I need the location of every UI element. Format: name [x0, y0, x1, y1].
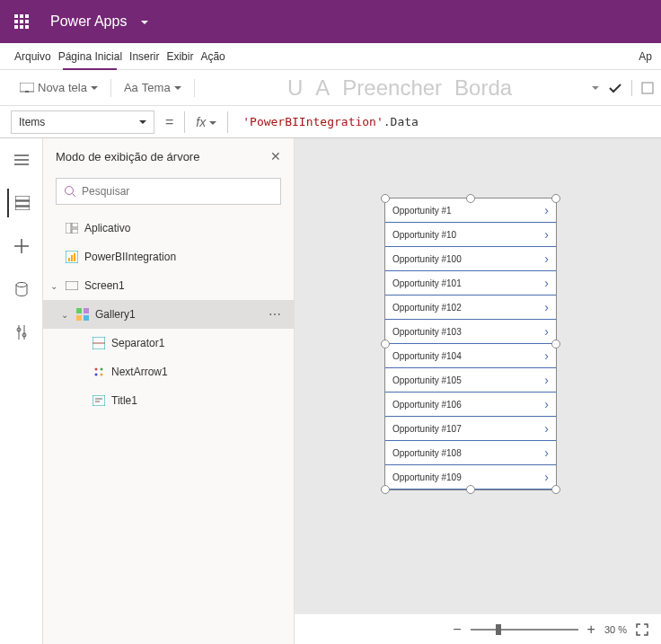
tree-gallery1[interactable]: ⌄ Gallery1 ⋯ [43, 300, 294, 329]
gallery-icon [75, 307, 90, 322]
svg-rect-27 [84, 308, 89, 313]
waffle-menu[interactable] [0, 0, 43, 43]
gallery-item[interactable]: Opportunity #104› [385, 344, 556, 368]
gallery-item-label: Opportunity #107 [392, 424, 462, 434]
chevron-right-icon[interactable]: › [544, 251, 549, 266]
chevron-right-icon[interactable]: › [544, 373, 549, 387]
menu-pagina-inicial[interactable]: Página Inicial [55, 50, 126, 63]
zoom-in-button[interactable]: + [587, 622, 595, 638]
search-input[interactable] [56, 178, 281, 205]
svg-point-33 [101, 368, 103, 371]
gallery-selection[interactable]: Opportunity #1›Opportunity #10›Opportuni… [384, 198, 557, 490]
fullscreen-icon[interactable] [636, 623, 648, 636]
chevron-down-icon[interactable]: ⌄ [59, 310, 70, 320]
panel-title: Modo de exibição de árvore [56, 150, 199, 163]
gallery-item[interactable]: Opportunity #106› [385, 393, 556, 417]
menu-acao[interactable]: Ação [197, 50, 228, 63]
tree-screen1[interactable]: ⌄ Screen1 [43, 271, 294, 300]
svg-point-16 [66, 187, 74, 195]
chevron-right-icon[interactable]: › [544, 276, 549, 290]
svg-rect-36 [93, 395, 105, 406]
chevron-right-icon[interactable]: › [544, 324, 549, 339]
nova-tela-button[interactable]: Nova tela [11, 81, 107, 94]
svg-line-17 [73, 194, 76, 198]
screen-icon [20, 83, 34, 93]
canvas[interactable]: Opportunity #1›Opportunity #10›Opportuni… [295, 138, 661, 644]
tree-separator1[interactable]: Separator1 [43, 329, 294, 357]
data-icon[interactable] [7, 275, 36, 304]
svg-rect-23 [71, 255, 73, 261]
svg-rect-24 [74, 253, 75, 261]
formula-input[interactable]: 'PowerBIIntegration'.Data [235, 111, 650, 132]
gallery-item-label: Opportunity #101 [392, 278, 462, 288]
tree-nextarrow1[interactable]: NextArrow1 [43, 357, 294, 386]
chevron-right-icon[interactable]: › [544, 227, 549, 242]
svg-rect-29 [84, 315, 89, 321]
gallery-item[interactable]: Opportunity #108› [385, 441, 556, 465]
app-title: Power Apps [43, 13, 134, 30]
app-dropdown-icon[interactable] [134, 15, 155, 29]
chevron-down-icon [209, 115, 216, 129]
gallery-item[interactable]: Opportunity #101› [385, 271, 556, 296]
zoom-slider[interactable] [471, 629, 578, 631]
svg-rect-6 [15, 196, 30, 200]
more-icon[interactable]: ⋯ [269, 307, 288, 322]
svg-point-32 [95, 368, 98, 371]
tree-view-panel: Modo de exibição de árvore ✕ Aplicativo … [43, 138, 295, 644]
hamburger-icon[interactable] [7, 146, 36, 174]
menu-inserir[interactable]: Inserir [126, 50, 163, 63]
gallery-item-label: Opportunity #103 [392, 327, 462, 337]
tools-icon[interactable] [7, 318, 36, 347]
svg-point-34 [95, 374, 98, 376]
fx-button[interactable]: fx [192, 115, 220, 129]
chevron-right-icon[interactable]: › [544, 300, 549, 314]
tree-powerbiintegration[interactable]: PowerBIIntegration [43, 243, 294, 271]
tree-title1[interactable]: Title1 [43, 386, 294, 415]
powerbi-icon [65, 250, 79, 264]
svg-point-35 [101, 374, 103, 376]
treeview-icon[interactable] [7, 189, 36, 217]
chevron-down-icon [91, 81, 98, 94]
svg-point-11 [16, 283, 27, 287]
chevron-right-icon[interactable]: › [544, 446, 549, 460]
gallery-item-label: Opportunity #100 [392, 254, 462, 264]
chevron-right-icon[interactable]: › [544, 348, 549, 363]
gallery-item[interactable]: Opportunity #105› [385, 368, 556, 393]
gallery-item-label: Opportunity #1 [392, 206, 452, 216]
svg-rect-25 [66, 281, 78, 290]
tema-button[interactable]: Aa Tema [115, 81, 190, 94]
chevron-down-icon [139, 116, 146, 128]
checkmark-icon[interactable] [608, 83, 622, 93]
border-icon[interactable] [641, 82, 654, 94]
chevron-right-icon[interactable]: › [544, 397, 549, 411]
gallery-item[interactable]: Opportunity #103› [385, 320, 556, 344]
insert-icon[interactable] [7, 232, 36, 260]
chevron-right-icon[interactable]: › [544, 470, 549, 484]
gallery-item-label: Opportunity #102 [392, 303, 462, 313]
svg-rect-22 [68, 258, 70, 261]
tree-aplicativo[interactable]: Aplicativo [43, 214, 294, 243]
property-selector[interactable]: Items [11, 110, 154, 134]
gallery-item[interactable]: Opportunity #102› [385, 296, 556, 320]
gallery-item-label: Opportunity #10 [392, 230, 456, 240]
gallery-item[interactable]: Opportunity #107› [385, 417, 556, 441]
app-header: Power Apps [0, 0, 661, 43]
toolbar-separator [194, 79, 195, 97]
menu-arquivo[interactable]: Arquivo [11, 50, 55, 63]
svg-rect-0 [20, 83, 34, 92]
menu-exibir[interactable]: Exibir [163, 50, 197, 63]
screen-icon [65, 278, 79, 293]
zoom-out-button[interactable]: − [453, 622, 461, 638]
gallery-item[interactable]: Opportunity #100› [385, 247, 556, 271]
svg-rect-18 [66, 223, 71, 234]
chevron-down-icon[interactable] [592, 81, 599, 94]
gallery-item[interactable]: Opportunity #10› [385, 223, 556, 247]
gallery-item-label: Opportunity #106 [392, 400, 462, 410]
chevron-down-icon[interactable]: ⌄ [48, 281, 59, 291]
svg-rect-2 [642, 83, 653, 93]
search-field[interactable] [82, 185, 273, 198]
chevron-right-icon[interactable]: › [544, 203, 549, 217]
chevron-right-icon[interactable]: › [544, 421, 549, 436]
close-icon[interactable]: ✕ [270, 149, 281, 163]
svg-rect-20 [72, 229, 78, 234]
